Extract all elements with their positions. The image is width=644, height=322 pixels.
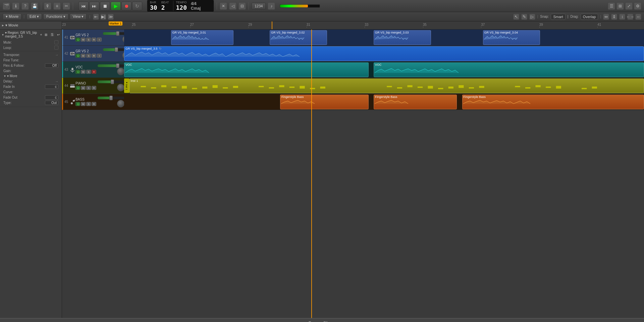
lcd-mode[interactable]: 1234 <box>252 3 266 9</box>
fader-44[interactable] <box>98 80 124 83</box>
mute-42[interactable]: M <box>81 54 86 58</box>
fadein-val[interactable]: c <box>45 85 58 89</box>
loop-icon[interactable]: ↩ <box>57 33 60 37</box>
region-41-3[interactable]: GR VS_bip merged_3.03 <box>374 30 431 45</box>
play-button[interactable]: ▶ <box>111 2 121 10</box>
movie-dropdown[interactable]: ▾ Movie <box>3 13 21 20</box>
knob-45[interactable] <box>117 100 124 107</box>
i-41[interactable]: I <box>97 38 102 42</box>
rewind-button[interactable]: ⏮ <box>78 2 89 10</box>
region-43-1[interactable]: VOC <box>124 62 369 77</box>
delay-arrow[interactable]: → <box>55 79 58 83</box>
nudge-icon[interactable]: ←→ <box>627 14 633 20</box>
stop-button[interactable]: ⏹ <box>100 2 110 10</box>
solo-42[interactable]: S <box>86 54 91 58</box>
edit-dropdown[interactable]: Edit ▾ <box>26 13 42 20</box>
region-42-merged[interactable]: GR VS_bip merged_3.5 ↻ <box>124 46 644 61</box>
snap-sep: | <box>568 15 569 18</box>
cycle-button[interactable]: ↻ <box>132 2 142 10</box>
solo-41[interactable]: S <box>86 38 91 42</box>
metronome-icon[interactable]: 🎙 <box>44 2 51 10</box>
type-val[interactable]: Out <box>45 101 58 105</box>
zoom-v-icon[interactable]: ⇕ <box>611 14 617 20</box>
power-43[interactable]: ⏻ <box>75 70 80 74</box>
strip-icon[interactable]: ≫ <box>108 14 114 20</box>
solo-43[interactable]: S <box>86 70 91 74</box>
mute-43[interactable]: M <box>81 70 86 74</box>
window-icon[interactable]: ⊞ <box>616 2 624 10</box>
mute-checkbox[interactable] <box>54 40 58 44</box>
snap-value[interactable]: Smart <box>551 14 565 20</box>
r-42[interactable]: R <box>92 54 96 58</box>
track-lane-41[interactable]: GR VS_bip merged_3.01 GR VS_bip merged_3… <box>124 30 644 46</box>
region-45-2[interactable]: Fingerstyle Bass <box>374 95 457 109</box>
fast-forward-button[interactable]: ⏭ <box>89 2 99 10</box>
region-45-1[interactable]: Fingerstyle Bass <box>280 95 369 109</box>
transpose-val[interactable]: → <box>55 53 58 57</box>
track-lane-44[interactable]: ● Inst 1 Inst 1 <box>124 78 644 94</box>
add-icon[interactable]: + <box>40 33 42 37</box>
functions-dropdown[interactable]: Functions ▾ <box>43 13 68 20</box>
track-lane-45[interactable]: Fingerstyle Bass Fingerstyle Bass <box>124 94 644 110</box>
info-icon[interactable]: ℹ <box>12 2 19 10</box>
r-44[interactable]: R <box>92 86 96 90</box>
region-41-2[interactable]: GR VS_bip merged_3.02 <box>270 30 327 45</box>
save-icon[interactable]: 💾 <box>31 2 38 10</box>
i-42[interactable]: I <box>97 54 102 58</box>
eraser-tool[interactable]: ▷ <box>529 14 535 20</box>
track-lane-42[interactable]: GR VS_bip merged_3.5 ↻ <box>124 46 644 62</box>
fader-42[interactable] <box>103 48 124 51</box>
flex-val[interactable]: Off <box>45 63 58 68</box>
fadeout-val[interactable]: c <box>45 95 58 100</box>
fullscreen-icon[interactable]: ⤢ <box>625 2 633 10</box>
track-lane-43[interactable]: VOC VOC <box>124 62 644 78</box>
fade-icon[interactable]: ◁ <box>229 2 236 10</box>
region-44-1[interactable]: Inst 1 <box>129 78 644 93</box>
loop-checkbox[interactable] <box>54 46 58 50</box>
knob-44[interactable] <box>117 84 124 91</box>
settings-icon[interactable]: ⚙ <box>634 2 641 10</box>
mute-41[interactable]: M <box>81 38 86 42</box>
power-45[interactable]: ⏻ <box>75 102 80 106</box>
ruler-33: 33 <box>365 23 368 26</box>
zoom-h-icon[interactable]: ⇔ <box>603 14 609 20</box>
fader-41[interactable] <box>103 32 124 35</box>
knob-43[interactable] <box>117 68 124 75</box>
fader-45[interactable] <box>98 97 124 99</box>
align-left-icon[interactable]: ⇤ <box>93 14 99 20</box>
link-icon[interactable]: ↕ <box>619 14 625 20</box>
reset-icon[interactable]: ✕ <box>220 2 227 10</box>
region-45-3[interactable]: Fingerstyle Bass <box>462 95 644 109</box>
align-right-icon[interactable]: ▶| <box>100 14 106 20</box>
solo-45[interactable]: S <box>86 102 91 106</box>
region-41-1[interactable]: GR VS_bip merged_3.01 <box>171 30 233 45</box>
mute-45[interactable]: M <box>81 102 86 106</box>
region-43-2[interactable]: VOC <box>374 62 644 77</box>
power-44[interactable]: ⏻ <box>75 86 80 90</box>
help-icon[interactable]: ? <box>21 2 29 10</box>
tuner-icon[interactable]: ♪ <box>268 2 275 10</box>
pointer-tool[interactable]: ↖ <box>513 14 519 20</box>
region-41-4[interactable]: GR VS_bip merged_3.04 <box>483 30 540 45</box>
drag-value[interactable]: Overlap <box>581 14 598 20</box>
right-tracks-lanes: GR VS_bip merged_3.01 GR VS_bip merged_3… <box>124 30 644 318</box>
record-button[interactable]: ⏺ <box>121 2 131 10</box>
r-45[interactable]: R <box>92 102 96 106</box>
solo-44[interactable]: S <box>86 86 91 90</box>
align-icon[interactable]: ⊟ <box>238 2 246 10</box>
rec-43[interactable]: R <box>92 70 96 74</box>
more-section[interactable]: ▾ ▾ More <box>2 73 60 78</box>
mute-44[interactable]: M <box>81 86 86 90</box>
resize-icon[interactable]: ↔ <box>635 14 641 20</box>
scissors-icon[interactable]: ✂ <box>63 2 70 10</box>
power-42[interactable]: ⏻ <box>75 54 80 58</box>
copy-icon[interactable]: ⊞ <box>45 33 47 37</box>
r-41[interactable]: R <box>92 38 96 42</box>
power-41[interactable]: ⏻ <box>75 38 80 42</box>
fader-43[interactable] <box>98 64 124 67</box>
movie-icon[interactable]: 🎬 <box>3 2 10 10</box>
list-view-icon[interactable]: ☰ <box>608 2 615 10</box>
mixer-icon[interactable]: ≡ <box>53 2 61 10</box>
view-dropdown[interactable]: View ▾ <box>70 13 87 20</box>
pencil-tool[interactable]: ✎ <box>521 14 527 20</box>
